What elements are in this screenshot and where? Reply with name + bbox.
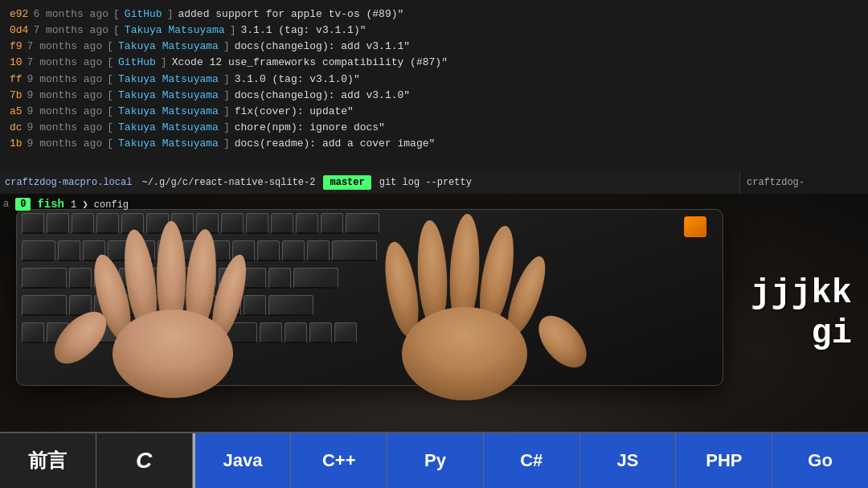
nav-item-csharp[interactable]: C# <box>484 433 580 488</box>
right-hostname: craftzdog- <box>747 177 805 188</box>
commit-time: 6 months ago <box>33 6 108 23</box>
terminal-line: 0d4 7 months ago [Takuya Matsuyama] 3.1.… <box>10 23 778 39</box>
commit-author: Takuya Matsuyama <box>118 88 219 104</box>
bracket-close: ] <box>223 136 230 152</box>
bracket-open: [ <box>107 104 113 120</box>
commit-message: docs(readme): add a cover image" <box>235 136 436 152</box>
commit-author: Takuya Matsuyama <box>118 39 219 55</box>
terminal-line: a5 9 months ago [Takuya Matsuyama] fix(c… <box>10 104 778 120</box>
nav-item-intro[interactable]: 前言 <box>0 433 96 488</box>
terminal-line: 7b 9 months ago [Takuya Matsuyama] docs(… <box>10 88 778 104</box>
shell-number: 0 <box>15 198 31 211</box>
git-branch: master <box>323 175 371 190</box>
shell-name: fish <box>34 198 68 211</box>
nav-item-cpp[interactable]: C++ <box>291 433 387 488</box>
commit-time: 7 months ago <box>33 23 108 39</box>
commit-message: docs(changelog): add v3.1.1" <box>235 39 410 55</box>
commit-hash: 7b <box>10 88 23 104</box>
bracket-close: ] <box>161 55 167 71</box>
commit-message: added support for apple tv-os (#89)" <box>178 6 403 23</box>
overlay-line2: gi <box>751 314 852 354</box>
commit-author: GitHub <box>118 55 156 71</box>
nav-item-js[interactable]: JS <box>580 433 677 488</box>
commit-time: 9 months ago <box>27 136 103 152</box>
terminal-line: f9 7 months ago [Takuya Matsuyama] docs(… <box>10 39 778 55</box>
commit-message: docs(changelog): add v3.1.0" <box>235 88 410 104</box>
commit-author: Takuya Matsuyama <box>118 72 219 88</box>
terminal-line: 10 7 months ago [GitHub] Xcode 12 use_fr… <box>10 55 778 71</box>
commit-message: chore(npm): ignore docs" <box>235 120 385 136</box>
current-path: ~/.g/g/c/react-native-sqlite-2 <box>137 177 320 188</box>
commit-message: Xcode 12 use_frameworks compatibility (#… <box>172 55 448 71</box>
bracket-close: ] <box>223 72 230 88</box>
terminal-line: 1b 9 months ago [Takuya Matsuyama] docs(… <box>10 136 778 152</box>
bracket-close: ] <box>223 88 230 104</box>
nav-item-java[interactable]: Java <box>195 433 292 488</box>
bracket-open: [ <box>107 39 113 55</box>
hostname: craftzdog-macpro.local <box>0 177 137 188</box>
bracket-close: ] <box>223 39 230 55</box>
nav-item-py[interactable]: Py <box>387 433 484 488</box>
commit-hash: e92 <box>10 6 28 23</box>
terminal-prompt-bar2: a 0 fish 1 ❯ config <box>0 194 402 215</box>
bracket-open: [ <box>113 6 120 23</box>
bracket-close: ] <box>223 120 230 136</box>
nav-item-php[interactable]: PHP <box>676 433 772 488</box>
commit-hash: 10 <box>10 55 23 71</box>
commit-hash: dc <box>10 120 23 136</box>
commit-message: fix(cover): update" <box>235 104 354 120</box>
commit-hash: 1b <box>10 136 23 152</box>
svg-point-12 <box>402 307 527 400</box>
right-panel-label: craftzdog- <box>739 171 868 194</box>
svg-point-13 <box>530 307 596 377</box>
terminal-line: dc 9 months ago [Takuya Matsuyama] chore… <box>10 120 778 136</box>
commit-message: 3.1.1 (tag: v3.1.1)" <box>240 23 366 39</box>
commit-message: 3.1.0 (tag: v3.1.0)" <box>235 72 360 88</box>
bracket-close: ] <box>167 6 174 23</box>
commit-hash: ff <box>10 72 23 88</box>
commit-time: 7 months ago <box>27 39 103 55</box>
terminal-line: e92 6 months ago [GitHub] added support … <box>10 6 778 23</box>
nav-item-c[interactable]: C <box>96 433 193 488</box>
bracket-close: ] <box>230 23 236 39</box>
commit-time: 9 months ago <box>27 88 103 104</box>
hands-overlay <box>0 201 739 434</box>
commit-hash: a5 <box>10 104 23 120</box>
bracket-open: [ <box>107 72 113 88</box>
bracket-open: [ <box>107 88 113 104</box>
terminal-prompt-bar: craftzdog-macpro.local ~/.g/g/c/react-na… <box>0 171 868 194</box>
commit-time: 7 months ago <box>27 55 103 71</box>
commit-hash: 0d4 <box>10 23 28 39</box>
host-short: a <box>0 199 12 210</box>
terminal-line: ff 9 months ago [Takuya Matsuyama] 3.1.0… <box>10 72 778 88</box>
commit-author: Takuya Matsuyama <box>118 120 219 136</box>
commit-author: Takuya Matsuyama <box>125 23 225 39</box>
overlay-line1: jjjkk <box>751 273 852 314</box>
prompt2-command: 1 ❯ config <box>71 199 129 211</box>
svg-point-5 <box>113 310 233 398</box>
commit-author: Takuya Matsuyama <box>118 104 219 120</box>
commit-author: Takuya Matsuyama <box>118 136 219 152</box>
bracket-open: [ <box>107 120 113 136</box>
bracket-open: [ <box>107 136 113 152</box>
bracket-open: [ <box>107 55 113 71</box>
commit-time: 9 months ago <box>27 120 103 136</box>
overlay-keystrokes: jjjkk gi <box>751 273 852 355</box>
terminal-output: e92 6 months ago [GitHub] added support … <box>0 0 788 158</box>
bracket-close: ] <box>223 104 230 120</box>
bracket-open: [ <box>113 23 120 39</box>
bottom-navigation[interactable]: 前言CJavaC++PyC#JSPHPGo <box>0 432 868 488</box>
commit-hash: f9 <box>10 39 23 55</box>
commit-time: 9 months ago <box>27 104 103 120</box>
commit-author: GitHub <box>125 6 162 23</box>
commit-time: 9 months ago <box>27 72 103 88</box>
nav-item-go[interactable]: Go <box>772 433 868 488</box>
git-command: git log --pretty <box>375 177 477 188</box>
